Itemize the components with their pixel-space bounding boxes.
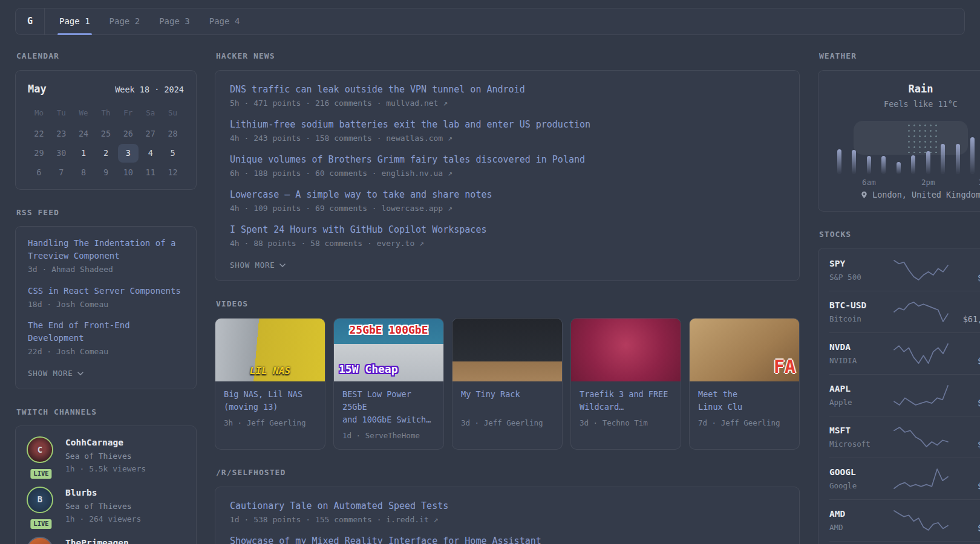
video-title[interactable]: Big NAS, Lil NAS (moving 13) [224, 388, 316, 413]
twitch-channel-row[interactable]: C LIVE CohhCarnage Sea of Thieves 1h · 5… [27, 436, 185, 475]
stock-ticker: AAPL [829, 383, 892, 396]
twitch-channel-row[interactable]: B LIVE Blurbs Sea of Thieves 1h · 264 vi… [27, 487, 185, 525]
selfhosted-item-title[interactable]: Showcase of my Mixed Reality Interface f… [230, 534, 785, 544]
video-thumbnail[interactable]: LIL NAS [215, 319, 325, 381]
hacker-news-item-title[interactable]: Unique volumes of Brothers Grimm fairy t… [230, 153, 785, 167]
selfhosted-item-title[interactable]: Cautionary Tale on Automated Speed Tests [230, 499, 785, 513]
twitch-section: TWITCH CHANNELS C LIVE [15, 406, 197, 544]
middle-column: HACKER NEWS DNS traffic can leak outside… [215, 50, 800, 544]
selfhosted-widget: Cautionary Tale on Automated Speed Tests… [215, 487, 800, 544]
stock-price: $184.91 [950, 397, 980, 409]
stock-values: +6.87% $184.91 [950, 382, 980, 409]
video-thumbnail[interactable] [452, 319, 562, 381]
calendar-section-title: CALENDAR [16, 50, 197, 62]
weather-location: London, United Kingdom [828, 189, 980, 201]
hacker-news-section-title: HACKER NEWS [216, 50, 800, 62]
stock-sparkline-wrap [892, 467, 950, 490]
videos-section-title: VIDEOS [216, 298, 800, 310]
hacker-news-item-title[interactable]: Lithium-free sodium batteries exit the l… [230, 118, 785, 132]
hacker-news-item-title[interactable]: I Spent 24 Hours with GitHub Copilot Wor… [230, 223, 785, 237]
thumbnail-overlay-text-bottom: 15W Cheap [339, 361, 398, 377]
video-card[interactable]: Traefik 3 and FREE Wildcard… 3d · Techno… [570, 318, 681, 450]
stock-change-percent: +0.10% [950, 465, 980, 479]
twitch-channel-name[interactable]: CohhCarnage [65, 436, 146, 450]
page-tab[interactable]: Page 4 [200, 8, 250, 34]
video-title[interactable]: Traefik 3 and FREE Wildcard… [580, 388, 672, 413]
stock-ticker: MSFT [829, 424, 892, 438]
stock-sparkline-chart [892, 384, 950, 407]
weather-bar-column: 6am [866, 121, 872, 174]
rss-item-title[interactable]: Handling The Indentation of a Treeview C… [28, 237, 184, 262]
twitch-channel-info: Blurbs Sea of Thieves 1h · 264 viewers [65, 487, 141, 525]
stock-company-name: Bitcoin [829, 314, 892, 325]
stock-identity: SPY S&P 500 [829, 257, 892, 283]
video-thumbnail[interactable] [571, 319, 681, 381]
stock-row: MSFT Microsoft +2.16% $406.43 [829, 416, 980, 458]
stock-price: $511.57 [950, 271, 980, 283]
calendar-day: 26 [118, 125, 139, 143]
stock-company-name: AMD [829, 522, 892, 534]
video-thumbnail[interactable]: FA [690, 319, 799, 381]
hacker-news-item-title[interactable]: Lowercase – A simple way to take and sha… [230, 188, 785, 202]
weather-bar-column [837, 121, 842, 174]
stock-sparkline-wrap [892, 342, 950, 365]
twitch-channel-name[interactable]: ThePrimeagen [65, 537, 129, 544]
hacker-news-item-meta: 5h · 471 points · 216 comments · mullvad… [230, 97, 785, 109]
weather-location-text: London, United Kingdom [872, 189, 980, 201]
stock-ticker: BTC-USD [829, 299, 892, 312]
stock-sparkline-wrap [892, 426, 950, 448]
app-logo[interactable]: G [16, 8, 45, 34]
selfhosted-item: Showcase of my Mixed Reality Interface f… [230, 534, 785, 544]
video-card-body: Big NAS, Lil NAS (moving 13) 3h · Jeff G… [215, 381, 325, 437]
stock-sparkline-chart [892, 300, 950, 323]
twitch-channel-name[interactable]: Blurbs [65, 487, 141, 500]
stock-sparkline-chart [892, 509, 950, 532]
page-tab[interactable]: Page 1 [50, 8, 100, 34]
twitch-avatar-wrap: B LIVE [27, 487, 56, 525]
rss-item-title[interactable]: CSS in React Server Components [28, 285, 184, 297]
selfhosted-section-title: /R/SELFHOSTED [216, 467, 800, 479]
video-card[interactable]: FA Meet the Linux Clu 7d · Jeff Geerling [689, 318, 800, 450]
avatar: B [27, 487, 53, 513]
stocks-section-title: STOCKS [819, 228, 980, 241]
stock-sparkline-wrap [892, 259, 950, 282]
twitch-section-title: TWITCH CHANNELS [16, 406, 197, 418]
hacker-news-show-more-button[interactable]: SHOW MORE [230, 260, 785, 271]
hacker-news-item: Lithium-free sodium batteries exit the l… [230, 118, 785, 144]
calendar-weekday: Fr [123, 108, 132, 119]
hacker-news-item-title[interactable]: DNS traffic can leak outside the VPN tun… [230, 83, 785, 97]
calendar-day: 24 [73, 125, 94, 143]
calendar-day: 30 [51, 144, 71, 163]
video-thumbnail[interactable]: 25GbE 100GbE 15W Cheap [334, 319, 443, 381]
weather-bar-column [881, 121, 886, 174]
twitch-channel-meta: 1h · 264 viewers [65, 513, 141, 525]
avatar-letter: B [38, 493, 42, 506]
hacker-news-item: I Spent 24 Hours with GitHub Copilot Wor… [230, 223, 785, 250]
hacker-news-item-meta: 6h · 188 points · 60 comments · english.… [230, 167, 785, 180]
page-tab[interactable]: Page 2 [100, 8, 150, 34]
page-tab[interactable]: Page 3 [149, 8, 200, 34]
twitch-avatar-wrap: C LIVE [27, 436, 56, 475]
video-title[interactable]: BEST Low Power 25GbE and 100GbE Switch… [342, 388, 435, 426]
stock-values: +2.16% $406.43 [950, 424, 980, 450]
calendar-header: May Week 18 · 2024 [28, 82, 184, 97]
live-badge: LIVE [29, 518, 53, 530]
weather-hourly-chart: 6am [837, 121, 980, 174]
video-title[interactable]: My Tiny Rack [461, 388, 554, 413]
calendar-day: 3 [118, 144, 139, 163]
hacker-news-list: DNS traffic can leak outside the VPN tun… [230, 83, 785, 250]
video-card[interactable]: 25GbE 100GbE 15W Cheap BEST Low Power 25… [333, 318, 444, 450]
video-card[interactable]: LIL NAS Big NAS, Lil NAS (moving 13) 3h … [215, 318, 325, 450]
rss-item-title[interactable]: The End of Front-End Development [28, 319, 184, 345]
avatar: C [27, 436, 53, 463]
twitch-channel-row[interactable]: ThePrimeagen [27, 537, 185, 544]
rss-show-more-button[interactable]: SHOW MORE [28, 368, 184, 380]
calendar-day: 6 [28, 163, 49, 182]
stock-sparkline-wrap [892, 300, 950, 323]
video-card[interactable]: My Tiny Rack 3d · Jeff Geerling [452, 318, 563, 450]
video-title[interactable]: Meet the Linux Clu [698, 388, 791, 413]
location-pin-icon [861, 191, 867, 199]
rss-list: Handling The Indentation of a Treeview C… [28, 237, 184, 358]
weather-condition: Rain [828, 82, 980, 97]
stock-row: NVDA NVIDIA +3.52% $888.40 [829, 333, 980, 375]
